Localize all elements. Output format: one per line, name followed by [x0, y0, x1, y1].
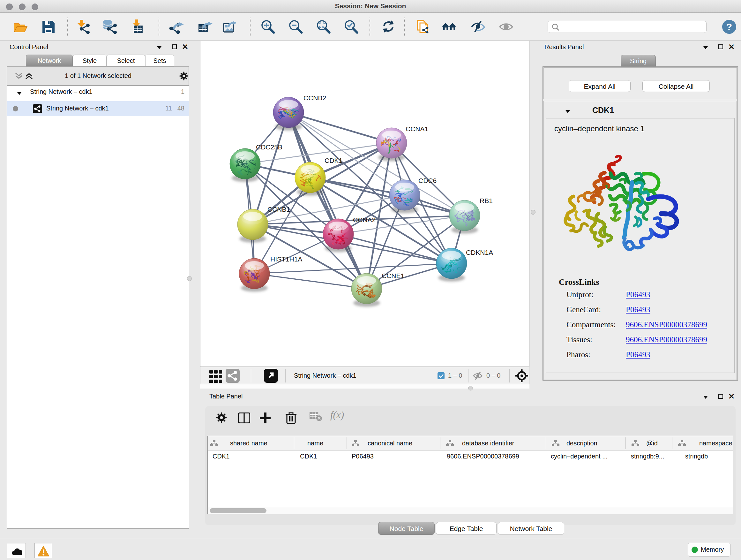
svg-text:CCNB2: CCNB2 [304, 94, 326, 102]
svg-text:CDK1: CDK1 [325, 157, 342, 164]
svg-text:CCNA2: CCNA2 [353, 216, 376, 224]
svg-text:CDKN1A: CDKN1A [466, 249, 493, 256]
svg-text:CCNA1: CCNA1 [406, 125, 428, 132]
svg-text:CDC25B: CDC25B [256, 143, 282, 151]
svg-text:CCNE1: CCNE1 [382, 272, 404, 279]
svg-text:CCNB1: CCNB1 [267, 206, 290, 213]
svg-text:CDC6: CDC6 [418, 177, 436, 184]
svg-text:RB1: RB1 [480, 197, 493, 204]
svg-text:HIST1H1A: HIST1H1A [270, 255, 302, 263]
